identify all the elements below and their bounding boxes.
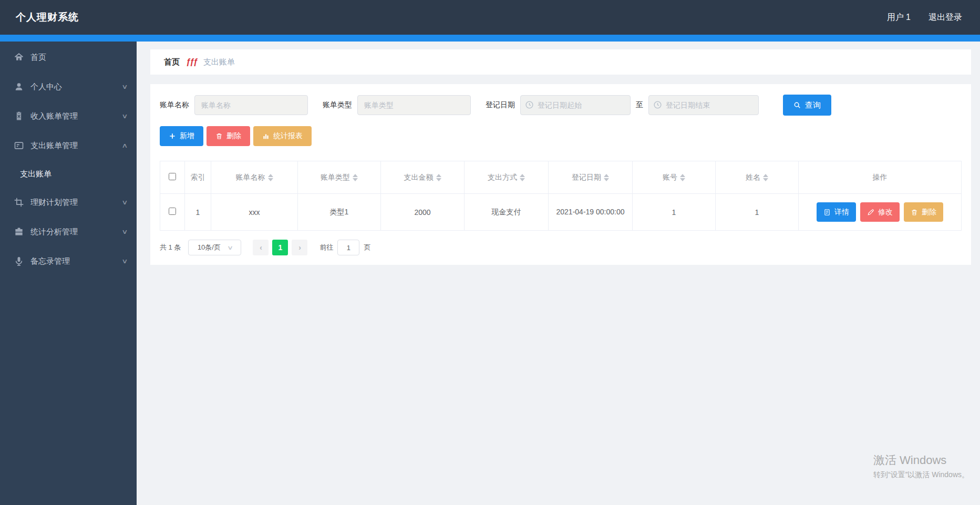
row-detail-button[interactable]: 详情	[817, 202, 856, 222]
col-header-account[interactable]: 账号	[633, 161, 716, 194]
col-header-date[interactable]: 登记日期	[549, 161, 633, 194]
cell-method: 现金支付	[465, 194, 549, 231]
sort-caret-icon[interactable]	[268, 174, 273, 181]
cell-account: 1	[633, 194, 716, 231]
sort-caret-icon[interactable]	[353, 174, 358, 181]
bill-name-input[interactable]	[194, 95, 308, 115]
trash-icon	[911, 209, 918, 216]
cell-type: 类型1	[298, 194, 381, 231]
row-delete-button[interactable]: 删除	[904, 202, 943, 222]
app-title: 个人理财系统	[16, 11, 79, 24]
breadcrumb-separator-icon: ƒƒƒ	[186, 57, 197, 67]
goto-page-input[interactable]	[337, 240, 359, 255]
sidebar-item-finance-plan[interactable]: 理财计划管理 ∨	[0, 188, 137, 217]
col-header-person[interactable]: 姓名	[716, 161, 799, 194]
table-header-row: 索引 账单名称 账单类型 支出金额 支出方式 登记日期 账号 姓名 操作	[160, 161, 962, 194]
sidebar-item-profile[interactable]: 个人中心 ∨	[0, 72, 137, 101]
next-page-button[interactable]: ›	[292, 240, 307, 255]
col-header-index[interactable]: 索引	[185, 161, 211, 194]
windows-activation-watermark: 激活 Windows 转到“设置”以激活 Windows。	[873, 452, 969, 480]
clock-icon	[653, 100, 662, 109]
crop-icon	[14, 197, 24, 208]
bill-type-label: 账单类型	[323, 100, 352, 110]
register-date-label: 登记日期	[486, 100, 515, 110]
search-form: 账单名称 账单类型 登记日期 至	[160, 95, 962, 116]
prev-page-button[interactable]: ‹	[253, 240, 269, 255]
report-button[interactable]: 统计报表	[253, 126, 312, 146]
current-page-button[interactable]: 1	[272, 240, 288, 255]
current-user-label[interactable]: 用户 1	[887, 12, 911, 23]
row-edit-button[interactable]: 修改	[860, 202, 900, 222]
plus-icon	[169, 132, 176, 140]
breadcrumb-home[interactable]: 首页	[164, 57, 180, 67]
col-header-name[interactable]: 账单名称	[211, 161, 298, 194]
row-checkbox[interactable]	[169, 208, 176, 215]
top-navbar: 个人理财系统 用户 1 退出登录	[0, 0, 980, 35]
chevron-down-icon: ∨	[121, 112, 128, 120]
expense-table: 索引 账单名称 账单类型 支出金额 支出方式 登记日期 账号 姓名 操作 1 x…	[160, 161, 962, 231]
sidebar-item-label: 统计分析管理	[30, 227, 122, 237]
col-header-actions: 操作	[799, 161, 962, 194]
sidebar-item-statistics[interactable]: 统计分析管理 ∨	[0, 217, 137, 246]
pencil-icon	[867, 209, 874, 216]
chevron-down-icon: ∨	[121, 199, 128, 206]
col-header-type[interactable]: 账单类型	[298, 161, 381, 194]
chevron-down-icon: ∨	[227, 244, 233, 251]
bill-name-label: 账单名称	[160, 100, 189, 110]
sidebar-item-label: 备忘录管理	[30, 256, 122, 266]
sidebar-item-home[interactable]: 首页	[0, 43, 137, 72]
sidebar-item-income-bills[interactable]: 收入账单管理 ∨	[0, 101, 137, 131]
sidebar-item-expense-bills[interactable]: 支出账单管理 ∧	[0, 131, 137, 160]
watermark-line2: 转到“设置”以激活 Windows。	[873, 470, 969, 480]
pagination-total: 共 1 条	[160, 243, 181, 252]
chevron-down-icon: ∨	[121, 257, 128, 265]
sidebar-item-label: 个人中心	[30, 82, 122, 92]
date-start-input[interactable]	[520, 95, 631, 115]
col-header-amount[interactable]: 支出金额	[381, 161, 465, 194]
sort-caret-icon[interactable]	[520, 174, 525, 181]
cell-person: 1	[716, 194, 799, 231]
table-row: 1 xxx 类型1 2000 现金支付 2021-04-19 00:00:00 …	[160, 194, 962, 231]
sidebar-item-label: 首页	[30, 53, 127, 63]
sidebar: 首页 个人中心 ∨ 收入账单管理 ∨ 支出账单管理 ∧ 支出账单	[0, 42, 137, 505]
bar-chart-icon	[262, 132, 270, 140]
clock-icon	[525, 100, 534, 109]
watermark-line1: 激活 Windows	[873, 452, 969, 468]
cell-amount: 2000	[381, 194, 465, 231]
sort-caret-icon[interactable]	[436, 174, 441, 181]
page-unit-label: 页	[364, 243, 370, 252]
cell-date: 2021-04-19 00:00:00	[549, 194, 633, 231]
col-header-method[interactable]: 支出方式	[465, 161, 549, 194]
cell-name: xxx	[211, 194, 298, 231]
user-icon	[14, 81, 24, 92]
sort-caret-icon[interactable]	[604, 174, 609, 181]
bill-type-input[interactable]	[357, 95, 471, 115]
briefcase-icon	[14, 226, 24, 237]
sort-caret-icon[interactable]	[680, 174, 685, 181]
main-panel: 账单名称 账单类型 登记日期 至	[150, 84, 971, 265]
sidebar-item-label: 支出账单管理	[30, 141, 122, 151]
sidebar-item-memo[interactable]: 备忘录管理 ∨	[0, 246, 137, 276]
chevron-down-icon: ∨	[121, 83, 128, 90]
search-icon	[793, 101, 801, 109]
breadcrumb: 首页 ƒƒƒ 支出账单	[150, 49, 971, 75]
document-icon	[823, 209, 831, 216]
chevron-up-icon: ∧	[121, 142, 128, 149]
sidebar-subitem-expense-bill[interactable]: 支出账单	[0, 160, 137, 188]
delete-button[interactable]: 删除	[207, 126, 250, 146]
breadcrumb-current: 支出账单	[203, 57, 235, 67]
query-button[interactable]: 查询	[783, 95, 831, 116]
date-to-label: 至	[636, 100, 643, 110]
sidebar-item-label: 理财计划管理	[30, 198, 122, 208]
goto-label: 前往	[319, 243, 333, 252]
date-end-input[interactable]	[648, 95, 759, 115]
cell-index: 1	[185, 194, 211, 231]
trash-icon	[215, 132, 223, 140]
chevron-down-icon: ∨	[121, 228, 128, 235]
logout-link[interactable]: 退出登录	[929, 12, 962, 23]
sidebar-item-label: 收入账单管理	[30, 111, 122, 121]
add-button[interactable]: 新增	[160, 126, 203, 146]
select-all-checkbox[interactable]	[169, 173, 176, 180]
sort-caret-icon[interactable]	[763, 174, 768, 181]
page-size-select[interactable]: 10条/页 ∨	[188, 240, 241, 255]
